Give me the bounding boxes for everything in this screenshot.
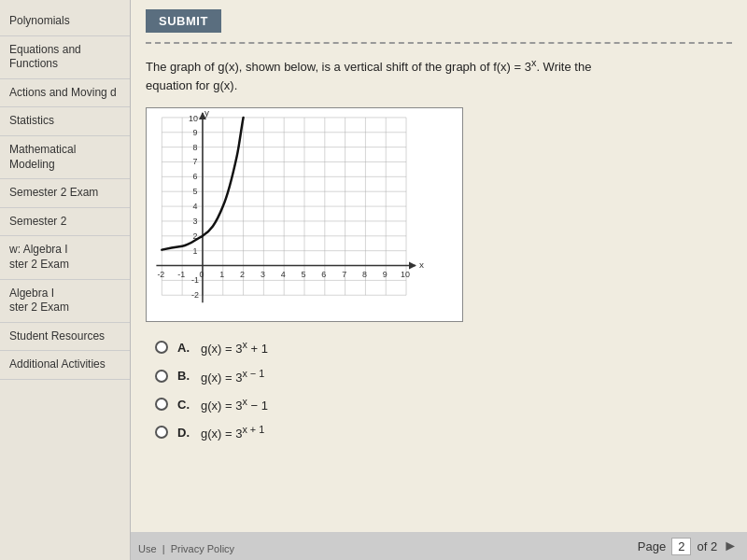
privacy-link[interactable]: Privacy Policy bbox=[171, 543, 234, 554]
svg-text:-2: -2 bbox=[191, 291, 199, 301]
svg-text:4: 4 bbox=[281, 271, 286, 280]
svg-text:x: x bbox=[419, 260, 424, 271]
choice-B-text: g(x) = 3x − 1 bbox=[201, 368, 264, 385]
submit-button[interactable]: SUBMIT bbox=[146, 9, 221, 33]
next-page-arrow[interactable]: ► bbox=[723, 538, 738, 554]
svg-text:0: 0 bbox=[199, 271, 204, 280]
page-number: 2 bbox=[671, 538, 691, 555]
bottom-links: Use | Privacy Policy bbox=[138, 543, 234, 554]
separator bbox=[146, 42, 732, 44]
svg-text:-1: -1 bbox=[191, 276, 199, 286]
sidebar-item-semester2[interactable]: Semester 2 bbox=[0, 208, 130, 237]
svg-text:-2: -2 bbox=[157, 271, 164, 280]
choice-D-label: D. bbox=[177, 426, 190, 440]
radio-B[interactable] bbox=[155, 370, 168, 383]
svg-text:10: 10 bbox=[401, 271, 410, 280]
sidebar: Polynomials Equations and Functions Acti… bbox=[0, 0, 131, 560]
svg-text:6: 6 bbox=[321, 271, 326, 280]
choice-A: A. g(x) = 3x + 1 bbox=[155, 339, 732, 356]
svg-text:-1: -1 bbox=[177, 271, 185, 280]
choice-B: B. g(x) = 3x − 1 bbox=[155, 368, 732, 385]
svg-text:1: 1 bbox=[219, 271, 224, 280]
svg-text:5: 5 bbox=[302, 271, 306, 280]
choice-A-label: A. bbox=[177, 341, 190, 355]
radio-A[interactable] bbox=[155, 341, 168, 354]
sidebar-item-actions-moving[interactable]: Actions and Moving d bbox=[0, 79, 130, 108]
svg-text:8: 8 bbox=[193, 143, 198, 152]
svg-text:9: 9 bbox=[383, 271, 388, 280]
sidebar-item-student-resources[interactable]: Student Resources bbox=[0, 323, 130, 352]
sidebar-item-equations-functions[interactable]: Equations and Functions bbox=[0, 36, 130, 79]
choice-B-label: B. bbox=[177, 369, 190, 383]
svg-text:3: 3 bbox=[261, 271, 265, 280]
question-text: The graph of g(x), shown below, is a ver… bbox=[146, 55, 594, 94]
use-link[interactable]: Use bbox=[138, 543, 157, 554]
svg-text:2: 2 bbox=[240, 271, 245, 280]
svg-text:8: 8 bbox=[362, 271, 367, 280]
sidebar-item-algebra1[interactable]: Algebra I ster 2 Exam bbox=[0, 280, 130, 323]
svg-text:7: 7 bbox=[193, 158, 198, 167]
sidebar-item-additional-activities[interactable]: Additional Activities bbox=[0, 351, 130, 380]
svg-text:9: 9 bbox=[193, 128, 198, 137]
svg-text:6: 6 bbox=[193, 173, 198, 182]
svg-text:4: 4 bbox=[193, 202, 198, 211]
sidebar-item-review-algebra1[interactable]: w: Algebra I ster 2 Exam bbox=[0, 236, 130, 279]
answer-choices: A. g(x) = 3x + 1 B. g(x) = 3x − 1 C. g(x… bbox=[155, 339, 732, 441]
choice-C: C. g(x) = 3x − 1 bbox=[155, 396, 732, 413]
sidebar-item-mathematical-modeling[interactable]: Mathematical Modeling bbox=[0, 136, 130, 179]
svg-text:3: 3 bbox=[193, 217, 198, 226]
graph-container: -2 -1 0 1 2 3 4 5 6 7 8 9 10 x -2 -1 1 2… bbox=[146, 107, 732, 322]
choice-C-label: C. bbox=[177, 398, 190, 412]
of-label: of 2 bbox=[697, 539, 717, 553]
radio-C[interactable] bbox=[155, 398, 168, 411]
svg-text:y: y bbox=[204, 107, 209, 118]
sidebar-item-semester2-exam[interactable]: Semester 2 Exam bbox=[0, 179, 130, 208]
choice-C-text: g(x) = 3x − 1 bbox=[201, 396, 268, 413]
svg-text:7: 7 bbox=[342, 271, 346, 280]
choice-D-text: g(x) = 3x + 1 bbox=[201, 424, 264, 441]
main-content: SUBMIT The graph of g(x), shown below, i… bbox=[131, 0, 747, 560]
sidebar-item-polynomials[interactable]: Polynomials bbox=[0, 7, 130, 36]
svg-text:10: 10 bbox=[189, 114, 198, 123]
svg-text:1: 1 bbox=[193, 246, 198, 256]
svg-text:5: 5 bbox=[193, 188, 198, 197]
page-label: Page bbox=[638, 539, 666, 553]
graph-svg: -2 -1 0 1 2 3 4 5 6 7 8 9 10 x -2 -1 1 2… bbox=[146, 107, 463, 322]
choice-A-text: g(x) = 3x + 1 bbox=[201, 339, 268, 356]
choice-D: D. g(x) = 3x + 1 bbox=[155, 424, 732, 441]
radio-D[interactable] bbox=[155, 426, 168, 439]
sidebar-item-statistics[interactable]: Statistics bbox=[0, 107, 130, 136]
